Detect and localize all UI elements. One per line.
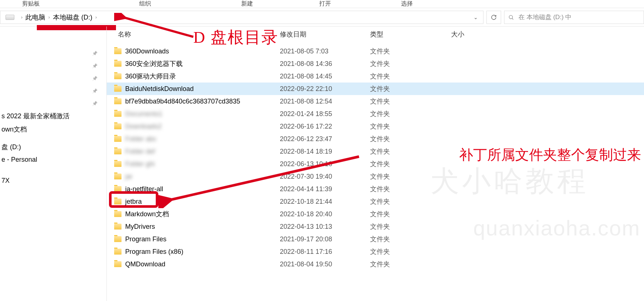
sidebar-item[interactable]: s 2022 最新全家桶激活: [0, 109, 106, 123]
file-row[interactable]: ja-netfilter-all2022-04-14 11:39文件夹: [107, 183, 644, 195]
folder-icon: [114, 61, 122, 67]
folder-icon: [114, 98, 122, 104]
file-date: 2022-09-22 22:10: [280, 85, 370, 93]
file-date: 2022-01-24 18:55: [280, 110, 370, 118]
file-name-cell: QMDownload: [107, 260, 280, 268]
file-date: 2022-10-18 21:44: [280, 198, 370, 206]
file-name-cell: Program Files (x86): [107, 248, 280, 256]
navigation-row: › 此电脑 › 本地磁盘 (D:) › ⌄ 在 本地磁盘 (D:) 中: [0, 8, 644, 27]
file-name-cell: MyDrivers: [107, 223, 280, 231]
file-row[interactable]: Markdown文档2022-10-18 20:40文件夹: [107, 208, 644, 220]
file-name-cell: 360驱动大师目录: [107, 72, 280, 81]
file-row[interactable]: 360Downloads2021-08-05 7:03文件夹: [107, 45, 644, 57]
chevron-right-icon[interactable]: ›: [95, 14, 97, 20]
folder-icon: [114, 148, 122, 154]
folder-icon: [114, 161, 122, 167]
folder-icon: [114, 86, 122, 92]
file-row[interactable]: QMDownload2021-08-04 19:50文件夹: [107, 258, 644, 270]
file-name: BaiduNetdiskDownload: [125, 85, 194, 93]
file-name-cell: bf7e9dbba9b4d840c6c3683707cd3835: [107, 98, 280, 105]
column-headers: 名称 修改日期 类型 大小: [107, 27, 644, 40]
column-name[interactable]: 名称: [107, 30, 280, 39]
file-name-cell: jar: [107, 173, 280, 181]
file-name: bf7e9dbba9b4d840c6c3683707cd3835: [125, 98, 240, 105]
file-date: 2022-04-14 11:39: [280, 185, 370, 193]
breadcrumb[interactable]: › 此电脑 › 本地磁盘 (D:) › ⌄: [0, 11, 483, 24]
pin-icon: [92, 88, 98, 94]
file-name: MyDrivers: [125, 223, 155, 231]
search-input[interactable]: 在 本地磁盘 (D:) 中: [504, 11, 644, 24]
sidebar-item[interactable]: 盘 (D:): [0, 140, 106, 154]
pin-icon: [92, 100, 98, 106]
sidebar-item[interactable]: [0, 170, 106, 175]
file-date: 2022-07-30 19:40: [280, 173, 370, 181]
column-size[interactable]: 大小: [451, 30, 506, 39]
file-type: 文件夹: [370, 185, 451, 193]
file-date: 2022-04-13 10:13: [280, 223, 370, 231]
sidebar-item[interactable]: e - Personal: [0, 154, 106, 166]
file-date: 2022-10-18 20:40: [280, 210, 370, 218]
file-row[interactable]: Downloads22022-06-16 17:22文件夹: [107, 120, 644, 133]
ribbon-open: 打开: [312, 0, 338, 8]
folder-icon: [114, 236, 122, 242]
pin-icon: [92, 75, 98, 81]
refresh-button[interactable]: [486, 11, 501, 24]
file-row[interactable]: Documents12022-01-24 18:55文件夹: [107, 108, 644, 120]
file-type: 文件夹: [370, 160, 451, 168]
sidebar-item[interactable]: own文档: [0, 123, 106, 136]
breadcrumb-this-pc[interactable]: 此电脑: [25, 13, 45, 22]
sidebar-item[interactable]: 7X: [0, 175, 106, 187]
file-name-cell: Folder ghi: [107, 160, 280, 168]
file-row[interactable]: Folder abc2022-06-12 23:47文件夹: [107, 133, 644, 145]
file-type: 文件夹: [370, 147, 451, 156]
chevron-down-icon[interactable]: ⌄: [471, 14, 480, 20]
chevron-right-icon[interactable]: ›: [48, 14, 50, 20]
file-name-cell: Documents1: [107, 110, 280, 118]
folder-icon: [114, 174, 122, 179]
folder-icon: [114, 211, 122, 217]
file-name-cell: Folder def: [107, 148, 280, 155]
file-date: 2022-06-16 17:22: [280, 123, 370, 130]
file-row[interactable]: Folder def2022-08-14 18:19文件夹: [107, 145, 644, 158]
folder-icon: [114, 123, 122, 129]
file-date: 2022-08-11 17:16: [280, 248, 370, 256]
file-name: 360安全浏览器下载: [125, 59, 183, 68]
file-row[interactable]: MyDrivers2022-04-13 10:13文件夹: [107, 220, 644, 233]
file-list: 360Downloads2021-08-05 7:03文件夹360安全浏览器下载…: [107, 45, 644, 270]
file-row[interactable]: 360安全浏览器下载2021-08-08 14:36文件夹: [107, 57, 644, 70]
sidebar-item[interactable]: [0, 136, 106, 140]
file-name: Program Files (x86): [125, 248, 183, 256]
file-row[interactable]: Folder ghi2022-06-13 10:16文件夹: [107, 158, 644, 170]
file-row[interactable]: Program Files2021-09-17 20:08文件夹: [107, 233, 644, 245]
column-type[interactable]: 类型: [370, 30, 451, 39]
file-row[interactable]: 360驱动大师目录2021-08-08 14:45文件夹: [107, 70, 644, 83]
file-name: Folder ghi: [125, 160, 155, 168]
file-row[interactable]: BaiduNetdiskDownload2022-09-22 22:10文件夹: [107, 83, 644, 95]
chevron-right-icon[interactable]: ›: [21, 14, 22, 20]
file-name: 360驱动大师目录: [125, 72, 176, 81]
file-type: 文件夹: [370, 122, 451, 131]
file-name-cell: Program Files: [107, 235, 280, 243]
folder-icon: [114, 136, 122, 142]
file-type: 文件夹: [370, 247, 451, 256]
folder-icon: [114, 261, 122, 267]
file-type: 文件夹: [370, 109, 451, 118]
file-name-cell: Folder abc: [107, 135, 280, 143]
sidebar-item[interactable]: [0, 187, 106, 191]
file-name-cell: 360Downloads: [107, 48, 280, 55]
file-row[interactable]: jetbra2022-10-18 21:44文件夹: [107, 195, 644, 208]
folder-icon: [114, 186, 122, 192]
folder-icon: [114, 111, 122, 117]
file-row[interactable]: Program Files (x86)2022-08-11 17:16文件夹: [107, 245, 644, 258]
file-row[interactable]: jar2022-07-30 19:40文件夹: [107, 170, 644, 183]
file-type: 文件夹: [370, 134, 451, 143]
breadcrumb-drive[interactable]: 本地磁盘 (D:): [53, 13, 92, 22]
file-row[interactable]: bf7e9dbba9b4d840c6c3683707cd38352021-08-…: [107, 95, 644, 108]
search-icon: [508, 14, 514, 20]
folder-icon: [114, 199, 122, 204]
sidebar: s 2022 最新全家桶激活own文档盘 (D:)e - Personal7X: [0, 27, 107, 301]
column-date[interactable]: 修改日期: [280, 30, 370, 39]
sidebar-item[interactable]: [0, 166, 106, 170]
file-type: 文件夹: [370, 84, 451, 93]
refresh-icon: [491, 14, 497, 20]
